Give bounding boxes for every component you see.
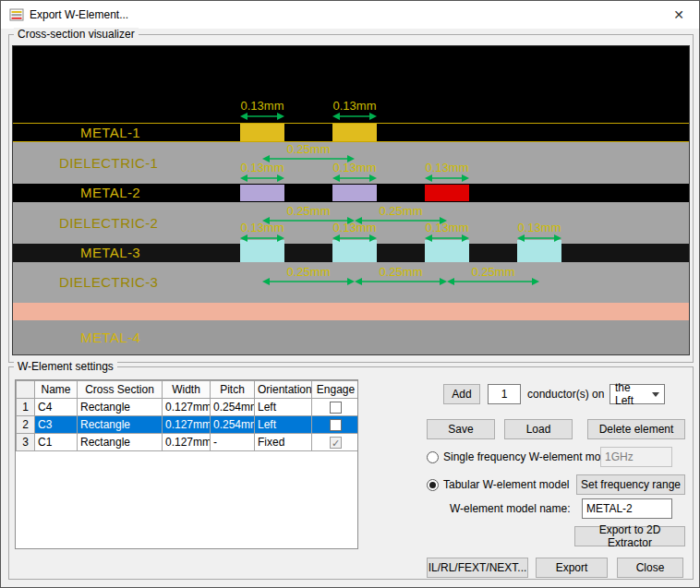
row-number-cell[interactable]: 1 — [17, 399, 35, 416]
side-select[interactable]: the Left — [609, 384, 665, 404]
model-name-input[interactable] — [582, 498, 672, 519]
dimension-label: 0.25mm — [380, 205, 423, 218]
dimension-label: 0.13mm — [333, 162, 377, 174]
conductor-table: Name Cross Section Width Pitch Orientati… — [15, 379, 358, 549]
width-cell[interactable]: 0.127mm — [163, 434, 211, 451]
dimension-label: 0.13mm — [241, 162, 284, 174]
dimension-label: 0.13mm — [241, 222, 284, 234]
pitch-cell[interactable]: 0.254mm — [211, 416, 255, 434]
radio-checked-icon — [427, 479, 439, 491]
single-frequency-radio[interactable]: Single frequency W-element model — [427, 447, 616, 467]
conductors-on-label: conductor(s) on — [527, 388, 604, 401]
dimension-arrows — [13, 46, 689, 354]
orientation-cell[interactable]: Left — [255, 416, 312, 434]
engage-checkbox[interactable] — [330, 402, 342, 414]
conductor-count-input[interactable] — [488, 384, 521, 404]
export-button[interactable]: Export — [536, 558, 608, 578]
single-frequency-value-input[interactable] — [600, 447, 672, 467]
dimension-label: 0.25mm — [287, 143, 331, 156]
name-cell[interactable]: C1 — [35, 434, 78, 451]
settings-table-body: 1C4Rectangle0.127mm0.254mmLeft2C3Rectang… — [17, 399, 359, 451]
pitch-cell[interactable]: 0.254mm — [211, 399, 255, 416]
side-select-value: the Left — [615, 381, 652, 407]
engage-cell[interactable]: ✓ — [312, 434, 359, 451]
orientation-cell[interactable]: Fixed — [255, 434, 312, 451]
column-header-engage: Engage — [312, 381, 359, 399]
column-header-cross-section: Cross Section — [78, 381, 163, 399]
radio-unchecked-icon — [427, 451, 439, 463]
column-header-orientation: Orientation — [255, 381, 312, 399]
titlebar: Export W-Element... ✕ — [1, 1, 699, 29]
export-w-element-dialog: Export W-Element... ✕ Cross-section visu… — [0, 0, 700, 588]
engage-checkbox[interactable] — [330, 419, 342, 431]
orientation-cell[interactable]: Left — [255, 399, 312, 416]
close-button[interactable]: Close — [617, 558, 683, 578]
cross-section-group: Cross-section visualizer METAL-1DIELECTR… — [8, 34, 694, 363]
w-element-settings-group: W-Element settings Name Cross Section Wi… — [8, 366, 694, 580]
close-window-button[interactable]: ✕ — [658, 1, 699, 29]
app-icon — [9, 7, 24, 22]
set-frequency-range-button[interactable]: Set frequency range — [576, 474, 685, 495]
tabular-model-radio[interactable]: Tabular W-element model — [427, 474, 570, 495]
cross-section-cell[interactable]: Rectangle — [78, 416, 163, 434]
w-element-settings-group-label: W-Element settings — [14, 360, 117, 373]
dimension-label: 0.25mm — [287, 205, 331, 218]
delete-element-button[interactable]: Delete element — [587, 419, 685, 439]
cross-section-cell[interactable]: Rectangle — [78, 399, 163, 416]
close-icon: ✕ — [673, 7, 684, 22]
chevron-down-icon — [652, 392, 659, 397]
row-number-cell[interactable]: 2 — [17, 416, 35, 434]
column-header-pitch: Pitch — [211, 381, 255, 399]
name-cell[interactable]: C4 — [35, 399, 78, 416]
engage-cell[interactable] — [312, 399, 359, 416]
il-rl-fext-next-button[interactable]: IL/RL/FEXT/NEXT... — [427, 558, 528, 578]
model-name-label: W-element model name: — [450, 502, 571, 515]
dimension-label: 0.13mm — [518, 222, 561, 234]
dimension-label: 0.13mm — [426, 162, 469, 174]
engage-checkbox[interactable]: ✓ — [330, 437, 342, 449]
cross-section-group-label: Cross-section visualizer — [14, 28, 139, 41]
table-row-C3[interactable]: 2C3Rectangle0.127mm0.254mmLeft — [17, 416, 359, 434]
add-button[interactable]: Add — [443, 384, 480, 404]
column-header-width: Width — [163, 381, 211, 399]
dimension-label: 0.25mm — [380, 266, 423, 279]
dimension-label: 0.13mm — [333, 222, 377, 234]
width-cell[interactable]: 0.127mm — [163, 416, 211, 434]
table-row-C1[interactable]: 3C1Rectangle0.127mm-Fixed✓ — [17, 434, 359, 451]
dimension-label: 0.25mm — [287, 266, 331, 279]
tabular-model-label: Tabular W-element model — [443, 478, 570, 491]
width-cell[interactable]: 0.127mm — [163, 399, 211, 416]
dimension-label: 0.25mm — [472, 266, 515, 279]
table-row-C4[interactable]: 1C4Rectangle0.127mm0.254mmLeft — [17, 399, 359, 416]
column-header-name: Name — [35, 381, 78, 399]
table-header-row: Name Cross Section Width Pitch Orientati… — [17, 381, 359, 399]
cross-section-cell[interactable]: Rectangle — [78, 434, 163, 451]
dimension-label: 0.13mm — [241, 100, 284, 113]
single-frequency-label: Single frequency W-element model — [443, 450, 616, 463]
dimension-label: 0.13mm — [333, 100, 377, 113]
name-cell[interactable]: C3 — [35, 416, 78, 434]
cross-section-canvas: METAL-1DIELECTRIC-1METAL-2DIELECTRIC-2ME… — [12, 45, 690, 355]
engage-cell[interactable] — [312, 416, 359, 434]
row-number-header — [17, 381, 35, 399]
window-title: Export W-Element... — [30, 8, 128, 21]
row-number-cell[interactable]: 3 — [17, 434, 35, 451]
load-button[interactable]: Load — [504, 419, 573, 439]
export-2d-extractor-button[interactable]: Export to 2D Extractor — [574, 526, 685, 546]
save-button[interactable]: Save — [427, 419, 495, 439]
dimension-label: 0.13mm — [426, 222, 469, 234]
pitch-cell[interactable]: - — [211, 434, 255, 451]
